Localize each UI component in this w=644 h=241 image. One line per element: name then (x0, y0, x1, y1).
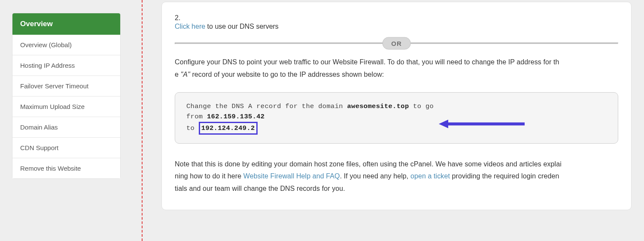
dns-code-block: Change the DNS A record for the domain a… (175, 92, 618, 144)
sidebar-item-label: Remove this Website (20, 165, 81, 172)
sidebar-item-cdn-support[interactable]: CDN Support (12, 138, 120, 158)
sidebar-item-label: Domain Alias (20, 124, 58, 131)
sidebar-item-label: Hosting IP Address (20, 62, 75, 69)
code-line2-prefix: from (186, 113, 207, 120)
help-faq-link[interactable]: Website Firewall Help and FAQ (243, 172, 340, 180)
sidebar-item-domain-alias[interactable]: Domain Alias (12, 117, 120, 138)
content-panel: 2. Click here to use our DNS servers OR … (161, 2, 632, 210)
sidebar-item-label: Overview (Global) (20, 41, 72, 48)
click-here-link[interactable]: Click here (175, 23, 205, 30)
sidebar: Overview Overview (Global) Hosting IP Ad… (12, 13, 121, 179)
sidebar-item-label: Overview (20, 20, 53, 28)
instruction-text: Configure your DNS to point your web tra… (175, 56, 618, 81)
sidebar-item-hosting-ip[interactable]: Hosting IP Address (12, 55, 120, 76)
sidebar-item-overview-global[interactable]: Overview (Global) (12, 35, 120, 55)
instruction-italic: "A" (181, 71, 190, 78)
or-pill: OR (382, 37, 411, 50)
or-divider: OR (175, 42, 618, 44)
sidebar-item-max-upload[interactable]: Maximum Upload Size (12, 96, 120, 117)
code-line1-prefix: Change the DNS A record for the domain (186, 102, 347, 110)
sidebar-item-label: CDN Support (20, 144, 58, 151)
click-here-suffix: to use our DNS servers (205, 23, 279, 30)
instruction-line1: Configure your DNS to point your web tra… (175, 58, 559, 66)
sidebar-item-label: Maximum Upload Size (20, 103, 85, 110)
sidebar-item-failover[interactable]: Failover Server Timeout (12, 76, 120, 96)
annotation-divider (142, 0, 143, 241)
sidebar-item-label: Failover Server Timeout (20, 82, 88, 90)
code-domain: awesomesite.top (347, 102, 409, 110)
step-number: 2. (175, 14, 618, 22)
sidebar-item-overview[interactable]: Overview (12, 13, 120, 35)
code-from-ip: 162.159.135.42 (207, 113, 264, 120)
note-line2a: ning how to do it here (175, 172, 243, 180)
note-text: Note that this is done by editing your d… (175, 158, 618, 195)
instruction-line2a: e (175, 71, 181, 78)
note-line1: Note that this is done by editing your d… (175, 160, 562, 168)
code-line3-prefix: to (186, 124, 199, 132)
code-line1-suffix: to go (409, 102, 434, 110)
note-line2b: . If you need any help, (340, 172, 410, 180)
sidebar-item-remove-website[interactable]: Remove this Website (12, 158, 120, 178)
instruction-line2b: record of your website to go to the IP a… (190, 71, 384, 78)
note-line2c: providing the required login creden (450, 172, 559, 180)
annotation-arrow-icon (439, 119, 525, 129)
open-ticket-link[interactable]: open a ticket (410, 172, 450, 180)
click-here-line: Click here to use our DNS servers (175, 23, 618, 30)
note-line3: tials and our team will change the DNS r… (175, 185, 345, 192)
svg-marker-1 (439, 120, 448, 128)
code-to-ip-highlighted: 192.124.249.2 (199, 122, 258, 135)
